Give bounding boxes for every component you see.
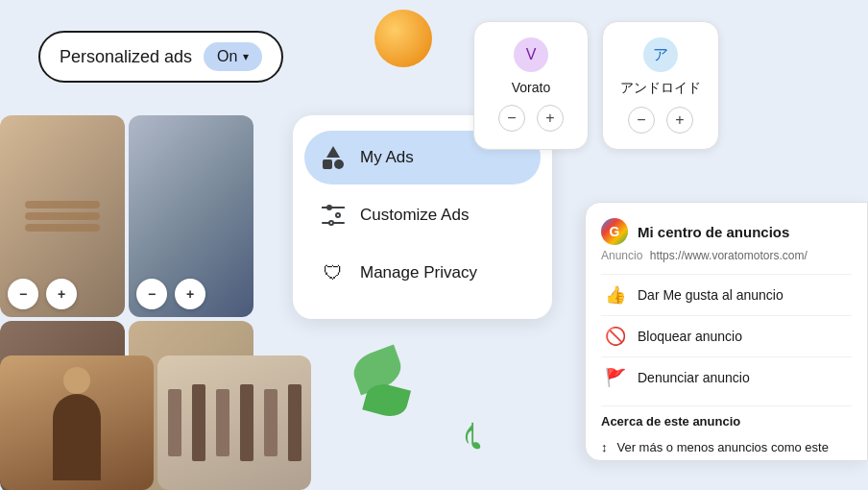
ad-action-block-label: Bloquear anuncio xyxy=(638,329,742,344)
my-ads-label: My Ads xyxy=(360,148,414,167)
android-plus-btn[interactable]: + xyxy=(666,107,693,134)
ad-url-text: https://www.voratomotors.com/ xyxy=(650,249,808,262)
square-shape xyxy=(323,159,332,169)
music-note-decoration: ♪ xyxy=(461,405,485,461)
sliders-icon xyxy=(320,202,347,229)
bottom-image-person xyxy=(0,355,154,490)
manage-privacy-label: Manage Privacy xyxy=(360,263,477,282)
ad-center-title: Mi centro de anuncios xyxy=(638,224,789,240)
slider-dot-2 xyxy=(335,212,341,218)
plus-button-2[interactable]: + xyxy=(175,279,205,309)
android-controls: − + xyxy=(620,107,701,134)
person-body xyxy=(53,394,101,480)
shield-icon: 🛡 xyxy=(320,259,347,286)
minus-button-2[interactable]: − xyxy=(136,279,167,309)
person-head xyxy=(63,367,90,394)
avatar-a: ア xyxy=(643,37,678,72)
ad-center-panel: G Mi centro de anuncios Anuncio https://… xyxy=(585,202,868,461)
hanger-2 xyxy=(192,384,205,461)
google-logo-icon: G xyxy=(601,218,628,245)
word-cards-area: V Vorato − + ア アンドロイド − + xyxy=(473,21,719,150)
image-card-1: − + xyxy=(0,115,125,317)
about-title: Acerca de este anuncio xyxy=(601,414,852,429)
ad-action-report[interactable]: 🚩 Denunciar anuncio xyxy=(601,356,852,398)
customize-ads-label: Customize Ads xyxy=(360,206,469,225)
see-more-icon: ↕ xyxy=(601,440,608,454)
hanger-1 xyxy=(168,389,181,456)
minus-button-1[interactable]: − xyxy=(8,279,38,309)
image-card-2: − + xyxy=(129,115,253,317)
circle-shape xyxy=(334,159,344,169)
vorato-plus-btn[interactable]: + xyxy=(537,105,564,132)
word-card-vorato: V Vorato − + xyxy=(473,21,589,150)
avatar-v: V xyxy=(514,37,548,72)
vorato-controls: − + xyxy=(492,105,570,132)
menu-item-customize-ads[interactable]: Customize Ads xyxy=(304,188,541,242)
slider-line-3 xyxy=(322,207,345,208)
orange-ball-decoration xyxy=(374,10,432,67)
see-more-label: Ver más o menos anuncios como este xyxy=(617,440,829,454)
ad-action-like[interactable]: 👍 Dar Me gusta al anuncio xyxy=(601,274,852,315)
flag-icon: 🚩 xyxy=(605,367,626,388)
card2-controls: − + xyxy=(136,279,205,309)
thumb-up-icon: 👍 xyxy=(605,284,626,306)
hangers-decor xyxy=(157,355,311,490)
hanger-6 xyxy=(288,384,301,461)
bottom-image-clothes xyxy=(157,355,311,490)
ads-toggle-area: Personalized ads On ▾ xyxy=(38,31,283,83)
chevron-down-icon: ▾ xyxy=(243,50,249,63)
wood-decor-2 xyxy=(25,212,100,220)
word-vorato: Vorato xyxy=(492,80,570,95)
wood-decor-1 xyxy=(25,201,100,208)
wood-decor-3 xyxy=(25,224,100,232)
customize-sliders xyxy=(322,207,345,224)
ad-action-like-label: Dar Me gusta al anuncio xyxy=(638,287,784,303)
ads-on-badge[interactable]: On ▾ xyxy=(204,42,262,71)
ad-label: Anuncio xyxy=(601,249,642,262)
menu-item-manage-privacy[interactable]: 🛡 Manage Privacy xyxy=(304,246,541,300)
ads-toggle-container[interactable]: Personalized ads On ▾ xyxy=(38,31,283,83)
see-more-item[interactable]: ↕ Ver más o menos anuncios como este xyxy=(601,434,852,460)
ad-action-block[interactable]: 🚫 Bloquear anuncio xyxy=(601,315,852,356)
word-card-android: ア アンドロイド − + xyxy=(602,21,719,150)
my-ads-shapes xyxy=(322,146,345,169)
green-leaves-decoration xyxy=(353,352,401,413)
block-icon: 🚫 xyxy=(605,326,626,347)
ad-action-report-label: Denunciar anuncio xyxy=(638,370,750,385)
vorato-minus-btn[interactable]: − xyxy=(498,105,525,132)
word-android: アンドロイド xyxy=(620,80,701,97)
hanger-3 xyxy=(216,389,229,456)
hanger-4 xyxy=(240,384,253,461)
hanger-5 xyxy=(264,389,277,456)
shapes-icon xyxy=(320,144,347,171)
triangle-shape xyxy=(326,146,340,158)
card1-controls: − + xyxy=(8,279,77,309)
plus-button-1[interactable]: + xyxy=(46,279,77,309)
person-silhouette xyxy=(0,355,154,490)
android-minus-btn[interactable]: − xyxy=(628,107,655,134)
ad-url-line: Anuncio https://www.voratomotors.com/ xyxy=(601,249,852,262)
bottom-image-row xyxy=(0,355,311,490)
slider-dot-3 xyxy=(328,220,334,226)
ads-status-text: On xyxy=(217,48,237,65)
about-section: Acerca de este anuncio ↕ Ver más o menos… xyxy=(601,405,852,460)
ad-center-header: G Mi centro de anuncios xyxy=(601,218,852,245)
ads-toggle-label-text: Personalized ads xyxy=(60,47,192,67)
